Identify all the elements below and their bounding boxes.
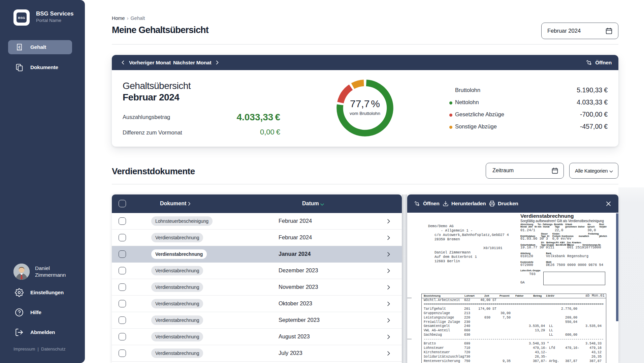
svg-text:€: € bbox=[19, 46, 21, 49]
